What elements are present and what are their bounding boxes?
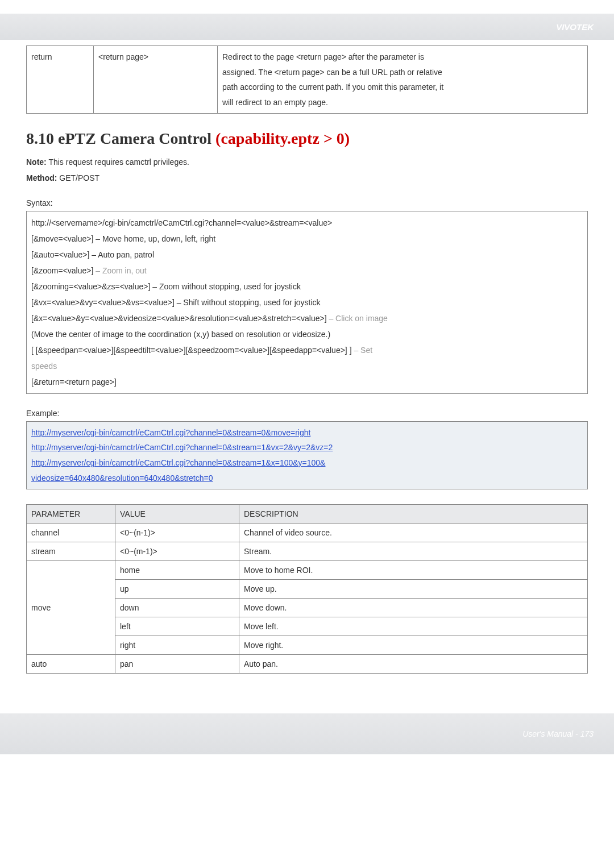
- syntax-l3: [&auto=<value>] – Auto pan, patrol: [31, 247, 583, 263]
- cell-move-right-d: Move right.: [239, 636, 588, 655]
- syntax-l8: (Move the center of image to the coordin…: [31, 326, 583, 342]
- example-link-3[interactable]: http://myserver/cgi-bin/camctrl/eCamCtrl…: [31, 458, 325, 467]
- return-param-cell: return: [27, 46, 94, 114]
- cell-channel-v: <0~(n-1)>: [115, 524, 239, 542]
- desc-header: DESCRIPTION: [239, 505, 588, 524]
- section-title: 8.10 ePTZ Camera Control: [26, 130, 215, 147]
- return-desc-cell: Redirect to the page <return page> after…: [218, 46, 588, 114]
- cell-stream-d: Stream.: [239, 542, 588, 561]
- method-label: Method:: [26, 173, 57, 182]
- example-box: http://myserver/cgi-bin/camctrl/eCamCtrl…: [26, 421, 588, 489]
- table-row: stream <0~(m-1)> Stream.: [27, 542, 588, 561]
- section-capability: (capability.eptz > 0): [215, 130, 350, 147]
- syntax-l6: [&vx=<value>&vy=<value>&vs=<value>] – Sh…: [31, 294, 583, 310]
- example-link-2[interactable]: http://myserver/cgi-bin/camctrl/eCamCtrl…: [31, 443, 333, 452]
- method-text: GET/POST: [57, 173, 99, 182]
- cell-stream-p: stream: [27, 542, 115, 561]
- syntax-l11: [&return=<return page>]: [31, 374, 583, 390]
- cell-move-home-d: Move to home ROI.: [239, 561, 588, 580]
- footer-bar: User's Manual - 173: [0, 713, 614, 754]
- return-desc-l4: will redirect to an empty page.: [222, 98, 328, 107]
- table-row: auto pan Auto pan.: [27, 655, 588, 674]
- cell-auto-p: auto: [27, 655, 115, 674]
- return-desc-l3: path according to the current path. If y…: [222, 82, 443, 92]
- example-label: Example:: [26, 409, 588, 418]
- return-value-cell: <return page>: [94, 46, 218, 114]
- syntax-l7b: – Click on image: [327, 314, 388, 323]
- footer-text: User's Manual - 173: [522, 729, 594, 738]
- example-link-1[interactable]: http://myserver/cgi-bin/camctrl/eCamCtrl…: [31, 428, 310, 437]
- syntax-l2: [&move=<value>] – Move home, up, down, l…: [31, 231, 583, 247]
- note-text: This request requires camctrl privileges…: [47, 157, 189, 167]
- cell-move-down-v: down: [115, 599, 239, 617]
- cell-auto-v: pan: [115, 655, 239, 674]
- cell-move-left-d: Move left.: [239, 617, 588, 636]
- syntax-l9: [ [&speedpan=<value>][&speedtilt=<value>…: [31, 342, 583, 358]
- example-link-4[interactable]: videosize=640x480&resolution=640x480&str…: [31, 474, 213, 483]
- syntax-box: http://<servername>/cgi-bin/camctrl/eCam…: [26, 211, 588, 394]
- return-desc-l1: Redirect to the page <return page> after…: [222, 52, 424, 61]
- table-row: channel <0~(n-1)> Channel of video sourc…: [27, 524, 588, 542]
- cell-channel-d: Channel of video source.: [239, 524, 588, 542]
- cell-move-left-v: left: [115, 617, 239, 636]
- brand-label: VIVOTEK: [556, 22, 594, 32]
- syntax-l7: [&x=<value>&y=<value>&videosize=<value>&…: [31, 310, 583, 326]
- syntax-l4: [&zoom=<value>] – Zoom in, out: [31, 263, 583, 279]
- cell-move-up-v: up: [115, 580, 239, 599]
- return-desc-l2: assigned. The <return page> can be a ful…: [222, 68, 442, 77]
- section-heading: 8.10 ePTZ Camera Control (capability.ept…: [26, 130, 588, 148]
- syntax-l9b: – Set: [352, 346, 373, 355]
- method-line: Method: GET/POST: [26, 173, 588, 182]
- top-whitespace: [0, 0, 614, 14]
- cell-move-p: move: [27, 561, 115, 655]
- cell-channel-p: channel: [27, 524, 115, 542]
- content: return <return page> Redirect to the pag…: [0, 40, 614, 674]
- note-label: Note:: [26, 157, 47, 167]
- parameter-table: PARAMETER VALUE DESCRIPTION channel <0~(…: [26, 504, 588, 674]
- syntax-l9a: [ [&speedpan=<value>][&speedtilt=<value>…: [31, 346, 352, 355]
- note-line: Note: This request requires camctrl priv…: [26, 156, 588, 168]
- param-header: PARAMETER: [27, 505, 115, 524]
- syntax-l5: [&zooming=<value>&zs=<value>] – Zoom wit…: [31, 279, 583, 294]
- syntax-l10: speeds: [31, 358, 583, 374]
- cell-auto-d: Auto pan.: [239, 655, 588, 674]
- value-header: VALUE: [115, 505, 239, 524]
- syntax-l4a: [&zoom=<value>]: [31, 266, 93, 275]
- syntax-l1: http://<servername>/cgi-bin/camctrl/eCam…: [31, 215, 583, 231]
- syntax-l7a: [&x=<value>&y=<value>&videosize=<value>&…: [31, 314, 327, 323]
- cell-move-right-v: right: [115, 636, 239, 655]
- syntax-l4b: – Zoom in, out: [93, 266, 146, 275]
- cell-move-up-d: Move up.: [239, 580, 588, 599]
- header-bar: VIVOTEK: [0, 14, 614, 40]
- syntax-label: Syntax:: [26, 198, 588, 207]
- table-row: move home Move to home ROI.: [27, 561, 588, 580]
- cell-move-down-d: Move down.: [239, 599, 588, 617]
- cell-move-home-v: home: [115, 561, 239, 580]
- cell-stream-v: <0~(m-1)>: [115, 542, 239, 561]
- return-table: return <return page> Redirect to the pag…: [26, 45, 588, 114]
